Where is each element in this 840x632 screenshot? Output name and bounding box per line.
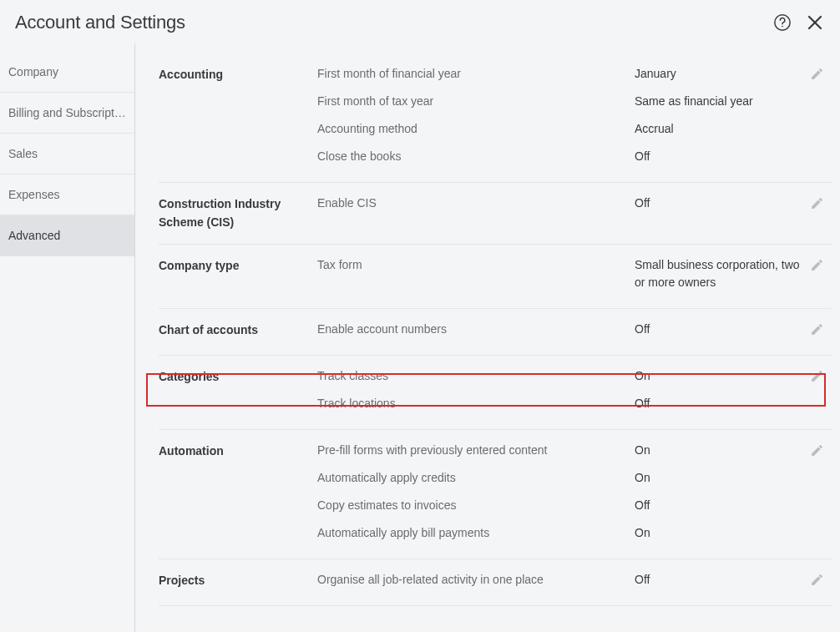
setting-row: Enable account numbers Off — [317, 321, 802, 343]
row-label: Track classes — [317, 367, 635, 385]
section-title: Accounting — [159, 65, 317, 170]
help-icon[interactable] — [773, 13, 792, 32]
page-header: Account and Settings — [0, 0, 840, 43]
section-title: Categories — [159, 367, 317, 417]
pencil-icon[interactable] — [810, 443, 824, 458]
section-title: Construction Industry Scheme (CIS) — [159, 195, 317, 232]
pencil-icon[interactable] — [810, 67, 824, 81]
row-label: Accounting method — [317, 120, 635, 138]
sidebar-item-billing[interactable]: Billing and Subscription — [0, 93, 134, 134]
section-title: Chart of accounts — [159, 321, 317, 343]
section-rows: First month of financial year January Fi… — [317, 65, 802, 170]
row-value: Off — [635, 321, 802, 338]
row-label: Pre-fill forms with previously entered c… — [317, 442, 635, 459]
pencil-icon[interactable] — [810, 196, 824, 210]
row-label: Organise all job-related activity in one… — [317, 571, 635, 589]
section-categories: Categories Track classes On Track locati… — [159, 356, 832, 430]
setting-row: Tax form Small business corporation, two… — [317, 256, 802, 296]
section-rows: Organise all job-related activity in one… — [317, 571, 802, 594]
section-projects: Projects Organise all job-related activi… — [159, 559, 832, 606]
setting-row: First month of tax year Same as financia… — [317, 88, 802, 115]
row-label: Automatically apply credits — [317, 469, 635, 487]
row-value: On — [635, 469, 802, 487]
section-company-type: Company type Tax form Small business cor… — [159, 245, 832, 309]
row-label: First month of tax year — [317, 93, 635, 110]
section-title: Projects — [159, 571, 317, 594]
row-label: Enable CIS — [317, 195, 635, 212]
setting-row: Pre-fill forms with previously entered c… — [317, 442, 802, 464]
section-rows: Enable account numbers Off — [317, 321, 802, 343]
close-icon[interactable] — [805, 13, 825, 33]
setting-row: Enable CIS Off — [317, 195, 802, 217]
row-value: Off — [635, 395, 802, 412]
pencil-icon[interactable] — [810, 573, 824, 587]
section-rows: Pre-fill forms with previously entered c… — [317, 442, 802, 547]
row-label: First month of financial year — [317, 65, 635, 83]
row-value: On — [635, 442, 802, 459]
row-value: Same as financial year — [635, 93, 802, 110]
sidebar-item-advanced[interactable]: Advanced — [0, 215, 134, 256]
content: Accounting First month of financial year… — [135, 43, 840, 632]
row-label: Tax form — [317, 256, 635, 274]
setting-row: Accounting method Accrual — [317, 115, 802, 143]
section-chart-of-accounts: Chart of accounts Enable account numbers… — [159, 309, 832, 356]
edit-col — [802, 195, 832, 232]
row-value: On — [635, 367, 802, 385]
sidebar-item-company[interactable]: Company — [0, 52, 134, 93]
section-automation: Automation Pre-fill forms with previousl… — [159, 430, 832, 559]
section-rows: Enable CIS Off — [317, 195, 802, 232]
setting-row: Organise all job-related activity in one… — [317, 571, 802, 594]
section-cis: Construction Industry Scheme (CIS) Enabl… — [159, 183, 832, 245]
edit-col — [802, 442, 832, 547]
edit-col — [802, 571, 832, 594]
setting-row: Close the books Off — [317, 143, 802, 170]
section-title: Automation — [159, 442, 317, 547]
row-label: Enable account numbers — [317, 321, 635, 338]
setting-row: Track classes On — [317, 367, 802, 390]
row-value: Off — [635, 148, 802, 165]
row-label: Track locations — [317, 395, 635, 412]
row-value: January — [635, 65, 802, 83]
row-value: On — [635, 524, 802, 542]
row-label: Close the books — [317, 148, 635, 165]
row-value: Off — [635, 571, 802, 589]
section-rows: Tax form Small business corporation, two… — [317, 256, 802, 296]
edit-col — [802, 321, 832, 343]
svg-point-1 — [782, 26, 783, 28]
sidebar: Company Billing and Subscription Sales E… — [0, 43, 135, 632]
edit-col — [802, 256, 832, 296]
layout: Company Billing and Subscription Sales E… — [0, 43, 840, 632]
pencil-icon[interactable] — [810, 258, 824, 272]
section-title: Company type — [159, 256, 317, 296]
setting-row: Copy estimates to invoices Off — [317, 492, 802, 519]
header-icons — [773, 13, 825, 33]
section-rows: Track classes On Track locations Off — [317, 367, 802, 417]
sidebar-item-expenses[interactable]: Expenses — [0, 174, 134, 215]
setting-row: Automatically apply bill payments On — [317, 519, 802, 547]
page-title: Account and Settings — [15, 12, 185, 33]
edit-col — [802, 367, 832, 417]
setting-row: First month of financial year January — [317, 65, 802, 88]
row-value: Small business corporation, two or more … — [635, 256, 802, 291]
setting-row: Automatically apply credits On — [317, 464, 802, 492]
pencil-icon[interactable] — [810, 369, 824, 383]
row-value: Accrual — [635, 120, 802, 138]
sidebar-item-sales[interactable]: Sales — [0, 134, 134, 174]
pencil-icon[interactable] — [810, 322, 824, 336]
setting-row: Track locations Off — [317, 390, 802, 417]
row-value: Off — [635, 195, 802, 212]
edit-col — [802, 65, 832, 170]
row-label: Copy estimates to invoices — [317, 497, 635, 514]
row-label: Automatically apply bill payments — [317, 524, 635, 542]
section-accounting: Accounting First month of financial year… — [159, 65, 832, 183]
row-value: Off — [635, 497, 802, 514]
